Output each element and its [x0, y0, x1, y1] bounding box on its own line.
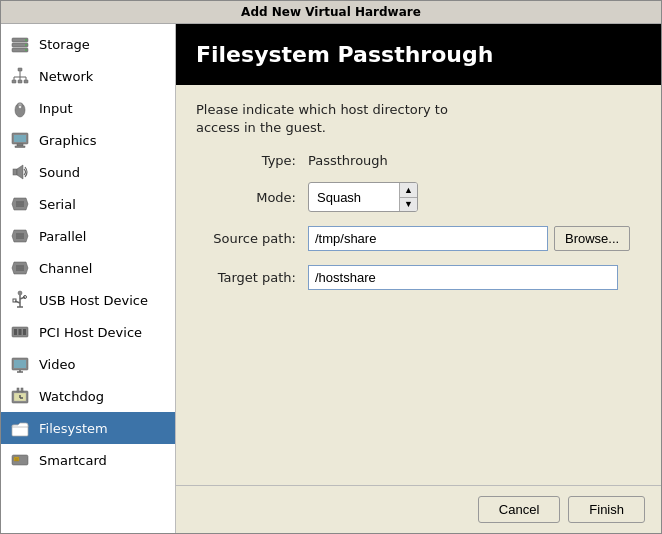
sidebar-item-serial[interactable]: Serial [1, 188, 175, 220]
svg-rect-9 [24, 80, 28, 83]
mode-up-button[interactable]: ▲ [400, 183, 417, 198]
svg-rect-46 [19, 329, 22, 335]
svg-point-5 [25, 49, 27, 51]
sidebar-item-smartcard[interactable]: Smartcard [1, 444, 175, 476]
description-text: Please indicate which host directory toa… [196, 101, 641, 137]
type-value: Passthrough [308, 153, 388, 168]
sidebar-label-graphics: Graphics [39, 133, 96, 148]
sidebar-item-parallel[interactable]: Parallel [1, 220, 175, 252]
input-icon [9, 97, 31, 119]
finish-button[interactable]: Finish [568, 496, 645, 523]
sidebar-label-parallel: Parallel [39, 229, 86, 244]
footer: Cancel Finish [176, 485, 661, 533]
svg-rect-6 [18, 68, 22, 71]
target-path-input[interactable] [308, 265, 618, 290]
svg-point-4 [25, 44, 27, 46]
sidebar-item-filesystem[interactable]: Filesystem [1, 412, 175, 444]
svg-rect-54 [17, 388, 19, 392]
svg-rect-41 [13, 299, 16, 302]
mode-select-wrapper[interactable]: Squash Mapped Passthrough ▲ ▼ [308, 182, 418, 212]
cancel-button[interactable]: Cancel [478, 496, 560, 523]
graphics-icon [9, 129, 31, 151]
sidebar-label-serial: Serial [39, 197, 76, 212]
main-panel: Filesystem Passthrough Please indicate w… [176, 24, 661, 533]
svg-point-3 [25, 39, 27, 41]
sidebar-label-storage: Storage [39, 37, 90, 52]
svg-rect-20 [17, 144, 23, 146]
target-path-row: Target path: [196, 265, 641, 290]
smartcard-icon [9, 449, 31, 471]
storage-icon [9, 33, 31, 55]
sidebar-label-filesystem: Filesystem [39, 421, 108, 436]
svg-marker-23 [17, 165, 23, 179]
sidebar-item-sound[interactable]: Sound [1, 156, 175, 188]
sidebar-label-channel: Channel [39, 261, 92, 276]
content-area: Storage Networ [1, 24, 661, 533]
network-icon [9, 65, 31, 87]
sidebar-item-channel[interactable]: Channel [1, 252, 175, 284]
sidebar-label-video: Video [39, 357, 75, 372]
target-path-label: Target path: [196, 270, 296, 285]
svg-rect-22 [13, 169, 17, 175]
usb-icon [9, 289, 31, 311]
main-header: Filesystem Passthrough [176, 24, 661, 85]
sidebar-item-video[interactable]: Video [1, 348, 175, 380]
parallel-icon [9, 225, 31, 247]
svg-rect-47 [23, 329, 26, 335]
page-title: Filesystem Passthrough [196, 42, 641, 67]
mode-spinner: ▲ ▼ [399, 183, 417, 211]
sidebar-item-graphics[interactable]: Graphics [1, 124, 175, 156]
svg-rect-21 [15, 146, 25, 148]
channel-icon [9, 257, 31, 279]
sidebar-item-pci-host-device[interactable]: PCI Host Device [1, 316, 175, 348]
window-title: Add New Virtual Hardware [241, 5, 421, 19]
mode-row: Mode: Squash Mapped Passthrough ▲ ▼ [196, 182, 641, 212]
svg-rect-55 [21, 388, 23, 392]
mode-down-button[interactable]: ▼ [400, 198, 417, 212]
pci-icon [9, 321, 31, 343]
window: Add New Virtual Hardware Storage [0, 0, 662, 534]
svg-rect-8 [18, 80, 22, 83]
sidebar-label-usb-host-device: USB Host Device [39, 293, 148, 308]
mode-label: Mode: [196, 190, 296, 205]
watchdog-icon [9, 385, 31, 407]
sidebar-label-smartcard: Smartcard [39, 453, 107, 468]
filesystem-icon [9, 417, 31, 439]
svg-point-36 [18, 291, 22, 295]
type-label: Type: [196, 153, 296, 168]
sidebar: Storage Networ [1, 24, 176, 533]
sidebar-item-storage[interactable]: Storage [1, 28, 175, 60]
sound-icon [9, 161, 31, 183]
sidebar-label-watchdog: Watchdog [39, 389, 104, 404]
mode-select[interactable]: Squash Mapped Passthrough [309, 186, 399, 209]
sidebar-label-network: Network [39, 69, 93, 84]
description-content: Please indicate which host directory toa… [196, 102, 448, 135]
source-path-label: Source path: [196, 231, 296, 246]
titlebar: Add New Virtual Hardware [1, 1, 661, 24]
type-row: Type: Passthrough [196, 153, 641, 168]
svg-rect-49 [14, 360, 26, 368]
sidebar-item-usb-host-device[interactable]: USB Host Device [1, 284, 175, 316]
sidebar-item-network[interactable]: Network [1, 60, 175, 92]
sidebar-label-input: Input [39, 101, 73, 116]
sidebar-label-pci-host-device: PCI Host Device [39, 325, 142, 340]
sidebar-item-input[interactable]: Input [1, 92, 175, 124]
sidebar-item-watchdog[interactable]: Watchdog [1, 380, 175, 412]
svg-point-17 [19, 106, 22, 109]
browse-button[interactable]: Browse... [554, 226, 630, 251]
source-path-row: Source path: Browse... [196, 226, 641, 251]
main-body: Please indicate which host directory toa… [176, 85, 661, 485]
sidebar-label-sound: Sound [39, 165, 80, 180]
svg-rect-45 [14, 329, 17, 335]
source-path-input[interactable] [308, 226, 548, 251]
video-icon [9, 353, 31, 375]
svg-rect-19 [14, 135, 26, 142]
serial-icon [9, 193, 31, 215]
svg-rect-7 [12, 80, 16, 83]
